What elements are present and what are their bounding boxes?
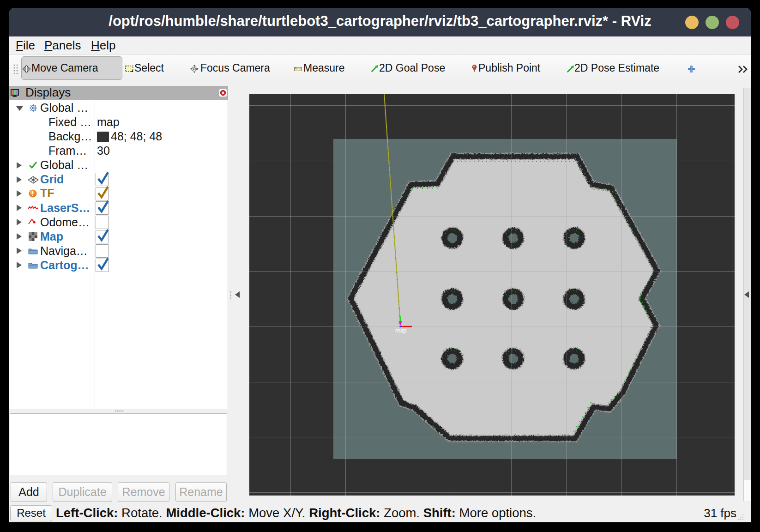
svg-text:map: map	[395, 327, 406, 334]
